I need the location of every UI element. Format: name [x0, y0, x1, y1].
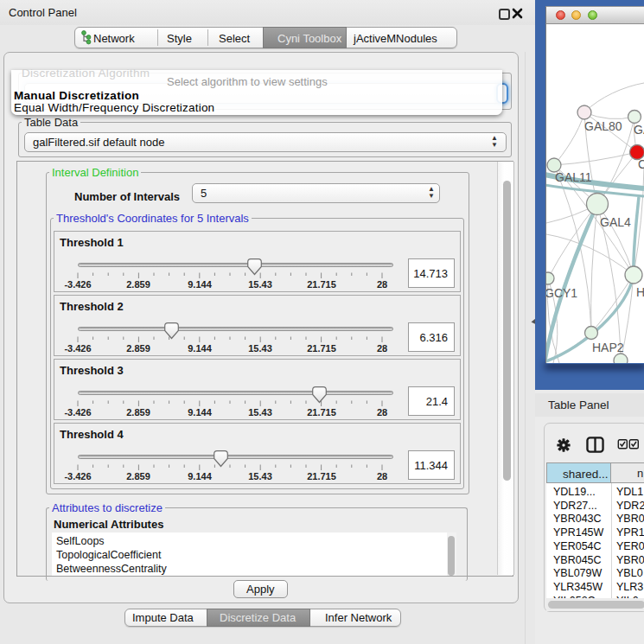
- svg-text:GAL4: GAL4: [600, 215, 631, 229]
- svg-text:GCY1: GCY1: [546, 286, 577, 300]
- svg-text:H: H: [636, 285, 644, 299]
- svg-text:GAL80: GAL80: [584, 119, 622, 133]
- svg-text:HAP2: HAP2: [592, 341, 624, 354]
- svg-text:GA: GA: [634, 123, 644, 137]
- svg-text:GAL11: GAL11: [555, 170, 592, 184]
- svg-text:C: C: [638, 157, 644, 171]
